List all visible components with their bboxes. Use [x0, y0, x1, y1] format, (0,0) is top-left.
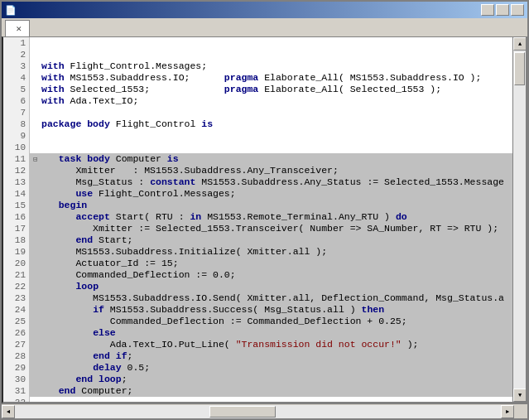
fold-spacer	[33, 177, 41, 189]
fold-spacer	[33, 224, 41, 235]
line-number: 28	[3, 350, 29, 362]
fold-spacer	[33, 282, 41, 293]
code-line: package body Flight_Control is	[30, 118, 512, 130]
editor-container: 1234567891011121314151617181920212223242…	[2, 36, 527, 403]
code-area[interactable]: with Flight_Control.Messages; with MS155…	[30, 37, 512, 402]
line-number: 32	[3, 397, 29, 402]
code-content: with Flight_Control.Messages; with MS155…	[30, 37, 512, 402]
line-number: 9	[3, 130, 29, 142]
fold-spacer	[33, 84, 41, 96]
minimize-button[interactable]	[481, 4, 494, 16]
title-bar-left: 📄	[5, 5, 20, 16]
fold-spacer	[33, 119, 41, 131]
close-button[interactable]	[511, 4, 524, 16]
line-number: 19	[3, 246, 29, 258]
fold-spacer	[33, 363, 41, 374]
line-number: 3	[3, 60, 29, 72]
vertical-scrollbar[interactable]: ▲ ▼	[512, 37, 526, 402]
fold-spacer	[33, 386, 41, 398]
code-line: Msg_Status : constant MS1553.Subaddress.…	[30, 176, 512, 188]
code-line: else	[30, 327, 512, 339]
fold-spacer	[33, 96, 41, 108]
title-bar: 📄	[2, 2, 527, 18]
line-number: 13	[3, 176, 29, 188]
fold-spacer	[33, 270, 41, 282]
scroll-left-button[interactable]: ◄	[2, 405, 15, 418]
fold-spacer	[33, 293, 41, 305]
code-line: with Flight_Control.Messages;	[30, 60, 512, 72]
code-line: begin	[30, 200, 512, 211]
fold-spacer	[33, 398, 41, 402]
code-line: Ada.Text_IO.Put_Line( "Transmission did …	[30, 339, 512, 350]
code-line: MS1553.Subaddress.IO.Send( Xmitter.all, …	[30, 292, 512, 304]
code-line: loop	[30, 281, 512, 292]
line-number: 31	[3, 385, 29, 397]
line-number: 1	[3, 37, 29, 49]
code-line	[30, 142, 512, 153]
fold-spacer	[33, 73, 41, 84]
code-line: with Selected_1553; pragma Elaborate_All…	[30, 84, 512, 95]
scroll-thumb[interactable]	[514, 52, 525, 85]
file-tab[interactable]: ✕	[5, 20, 30, 36]
line-number: 25	[3, 316, 29, 327]
line-number: 26	[3, 327, 29, 339]
line-number: 4	[3, 72, 29, 84]
fold-spacer	[33, 258, 41, 270]
code-line: Commanded_Deflection := 0.0;	[30, 269, 512, 281]
fold-spacer	[33, 247, 41, 258]
main-window: 📄 ✕ 123456789101112131415161718192021222…	[0, 0, 529, 420]
line-number: 10	[3, 142, 29, 153]
scroll-corner	[514, 405, 527, 418]
title-bar-buttons	[481, 4, 524, 16]
fold-spacer	[33, 212, 41, 224]
fold-spacer	[33, 328, 41, 340]
code-line: Xmitter : MS1553.Subaddress.Any_Transcei…	[30, 165, 512, 176]
fold-spacer	[33, 142, 41, 154]
code-line: end loop;	[30, 374, 512, 385]
scroll-h-track[interactable]	[15, 405, 501, 418]
bottom-bar: ◄ ►	[2, 403, 527, 418]
line-number: 22	[3, 281, 29, 292]
line-number: 18	[3, 234, 29, 246]
fold-spacer	[33, 374, 41, 386]
fold-spacer	[33, 351, 41, 363]
scroll-track[interactable]	[513, 51, 526, 389]
line-number: 5	[3, 84, 29, 95]
fold-marker[interactable]: ⊟	[33, 154, 41, 166]
line-numbers: 1234567891011121314151617181920212223242…	[3, 37, 30, 402]
scroll-up-button[interactable]: ▲	[513, 37, 527, 51]
line-number: 8	[3, 118, 29, 130]
code-line	[30, 397, 512, 402]
line-number: 11	[3, 153, 29, 165]
scroll-down-button[interactable]: ▼	[513, 389, 527, 402]
line-number: 12	[3, 165, 29, 176]
window-icon: 📄	[5, 5, 17, 16]
line-number: 29	[3, 362, 29, 374]
fold-spacer	[33, 61, 41, 73]
scroll-h-thumb[interactable]	[209, 406, 276, 418]
line-number: 20	[3, 258, 29, 269]
code-line: end Computer;	[30, 385, 512, 397]
code-line: with MS1553.Subaddress.IO; pragma Elabor…	[30, 72, 512, 84]
tab-close-icon[interactable]: ✕	[16, 25, 22, 33]
code-line: Commanded_Deflection := Commanded_Deflec…	[30, 316, 512, 327]
horizontal-scrollbar[interactable]: ◄ ►	[2, 405, 514, 418]
code-line: if MS1553.Subaddress.Success( Msg_Status…	[30, 304, 512, 316]
line-number: 15	[3, 200, 29, 211]
line-number: 24	[3, 304, 29, 316]
scroll-right-button[interactable]: ►	[501, 405, 514, 418]
fold-spacer	[33, 189, 41, 200]
code-line: delay 0.5;	[30, 362, 512, 374]
code-line: accept Start( RTU : in MS1553.Remote_Ter…	[30, 211, 512, 223]
code-line	[30, 107, 512, 118]
line-number: 14	[3, 188, 29, 200]
code-line: end if;	[30, 350, 512, 362]
code-line: use Flight_Control.Messages;	[30, 188, 512, 200]
line-number: 7	[3, 107, 29, 118]
code-line: end Start;	[30, 234, 512, 246]
maximize-button[interactable]	[496, 4, 509, 16]
line-number: 21	[3, 269, 29, 281]
fold-spacer	[33, 200, 41, 212]
line-number: 23	[3, 292, 29, 304]
code-line	[30, 130, 512, 142]
